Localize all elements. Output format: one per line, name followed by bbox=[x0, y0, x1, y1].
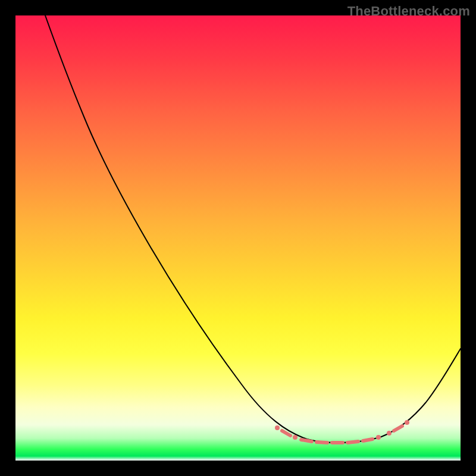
marker-dot bbox=[387, 431, 392, 436]
marker-dash bbox=[317, 442, 327, 443]
marker-dot bbox=[293, 435, 298, 440]
chart-frame: TheBottleneck.com bbox=[0, 0, 476, 476]
marker-dash bbox=[301, 440, 312, 441]
plot-area bbox=[15, 15, 461, 461]
marker-dot bbox=[376, 435, 381, 440]
bottleneck-curve bbox=[15, 15, 461, 461]
watermark-text: TheBottleneck.com bbox=[347, 4, 470, 19]
marker-dot bbox=[275, 425, 280, 430]
marker-dash bbox=[363, 439, 372, 441]
marker-dot bbox=[405, 420, 409, 425]
marker-dash bbox=[347, 441, 358, 443]
marker-dash bbox=[394, 426, 402, 431]
curve-path bbox=[45, 15, 461, 443]
